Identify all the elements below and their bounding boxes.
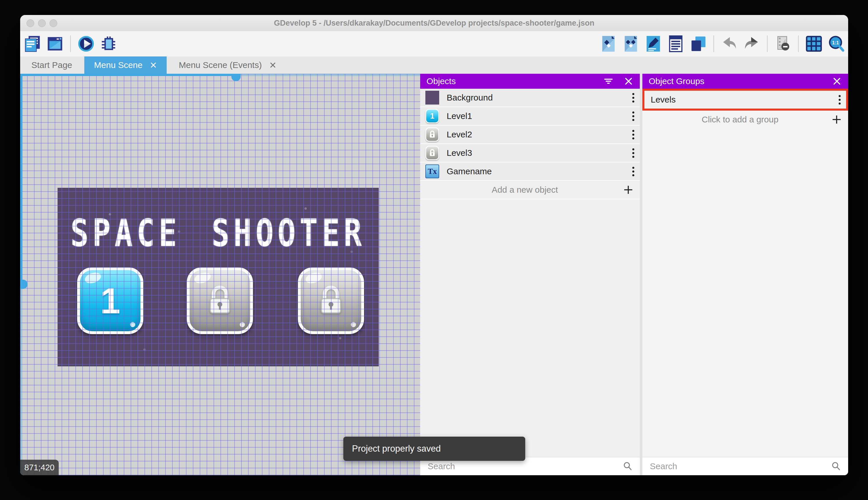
kebab-menu-icon[interactable]: [838, 95, 841, 104]
level1-number: 1: [100, 280, 120, 322]
plus-icon[interactable]: [623, 185, 633, 195]
properties-pencil-icon: [644, 35, 662, 53]
objects-panel-header: Objects: [420, 74, 640, 89]
zoom-ratio-label: 1:1: [832, 40, 839, 45]
toolbar-divider: [798, 35, 799, 52]
maximize-window-button[interactable]: [49, 19, 57, 27]
background-object[interactable]: SPACE SHOOTER 1: [58, 188, 379, 366]
project-manager-icon: [24, 35, 42, 53]
kebab-menu-icon[interactable]: [632, 148, 635, 158]
object-row-level1[interactable]: 1 Level1: [420, 107, 640, 126]
lock-icon: [203, 284, 237, 318]
open-layers-button[interactable]: [689, 35, 707, 53]
play-preview-button[interactable]: [77, 35, 95, 53]
close-window-button[interactable]: [26, 19, 34, 27]
play-icon: [77, 35, 95, 53]
add-object-row[interactable]: Add a new object: [420, 181, 640, 199]
scene-title-text: SPACE SHOOTER: [58, 211, 379, 255]
text-object-thumbnail-icon: Tx: [425, 164, 439, 178]
window-title: GDevelop 5 - /Users/dkarakay/Documents/G…: [20, 19, 848, 28]
open-objects-editor-button[interactable]: [599, 35, 617, 53]
scene-editor-button[interactable]: [46, 35, 64, 53]
cursor-coordinates-badge: 871;420: [20, 460, 59, 475]
object-row-level3[interactable]: Level3: [420, 144, 640, 162]
scene-canvas[interactable]: SPACE SHOOTER 1: [20, 74, 420, 475]
toolbar-left-group: [24, 35, 117, 53]
project-manager-button[interactable]: [24, 35, 42, 53]
objects-search-input[interactable]: [427, 461, 622, 471]
level1-button[interactable]: 1: [77, 267, 143, 334]
toast-notification: Project properly saved: [343, 436, 525, 461]
render-mask-button[interactable]: [774, 35, 792, 53]
object-row-level2[interactable]: Level2: [420, 126, 640, 144]
close-panel-icon[interactable]: [832, 76, 842, 86]
object-groups-panel-header: Object Groups: [642, 74, 848, 89]
close-tab-icon[interactable]: [150, 61, 157, 69]
grid-icon: [805, 35, 823, 53]
level1-thumbnail-icon: 1: [425, 109, 439, 123]
horizontal-scrollbar[interactable]: [20, 74, 420, 76]
lock-icon: [428, 149, 437, 157]
stars-decoration: [58, 188, 59, 189]
scene-window-icon: [46, 35, 64, 53]
level3-thumbnail-icon: [425, 146, 439, 160]
add-group-label: Click to add a group: [649, 115, 831, 124]
kebab-menu-icon[interactable]: [632, 93, 635, 103]
lock-icon: [314, 284, 348, 318]
groups-search-input[interactable]: [649, 461, 831, 471]
close-tab-icon[interactable]: [269, 61, 276, 69]
vertical-scrollbar[interactable]: [20, 74, 22, 475]
object-name: Level2: [447, 129, 628, 139]
background-thumbnail-icon: [425, 91, 439, 104]
toolbar-right-group: 1:1: [599, 35, 845, 53]
tab-start-page[interactable]: Start Page: [22, 56, 82, 74]
add-group-row[interactable]: Click to add a group: [642, 111, 848, 128]
level3-button[interactable]: [298, 267, 364, 334]
search-icon: [831, 461, 841, 471]
group-row-levels[interactable]: Levels: [644, 91, 846, 109]
objects-editor-icon: [599, 35, 617, 53]
open-instances-list-button[interactable]: [667, 35, 685, 53]
minimize-window-button[interactable]: [38, 19, 46, 27]
filter-icon[interactable]: [603, 76, 613, 86]
kebab-menu-icon[interactable]: [632, 167, 635, 176]
panel-divider[interactable]: [640, 74, 642, 475]
toolbar-divider: [767, 35, 767, 52]
redo-icon: [743, 35, 761, 53]
toggle-grid-button[interactable]: [805, 35, 823, 53]
zoom-original-button[interactable]: 1:1: [828, 35, 845, 53]
object-groups-icon: [622, 35, 640, 53]
objects-panel-title: Objects: [426, 76, 593, 86]
tab-menu-scene-events[interactable]: Menu Scene (Events): [169, 56, 286, 74]
horizontal-scrollbar-handle[interactable]: [231, 74, 241, 81]
main-area: SPACE SHOOTER 1: [20, 74, 848, 475]
close-panel-icon[interactable]: [624, 76, 633, 86]
level2-button[interactable]: [187, 267, 253, 334]
undo-icon: [720, 35, 738, 53]
redo-button[interactable]: [743, 35, 761, 53]
kebab-menu-icon[interactable]: [632, 112, 635, 121]
tab-menu-scene[interactable]: Menu Scene: [84, 56, 167, 74]
tab-label: Menu Scene (Events): [179, 60, 262, 70]
open-object-groups-editor-button[interactable]: [622, 35, 640, 53]
object-groups-panel: Object Groups Levels Click to add a grou…: [642, 74, 848, 475]
open-properties-button[interactable]: [644, 35, 662, 53]
object-name: Background: [447, 93, 628, 103]
traffic-lights: [26, 15, 57, 31]
kebab-menu-icon[interactable]: [632, 130, 635, 139]
plus-icon[interactable]: [831, 114, 842, 125]
lock-icon: [428, 130, 437, 139]
search-icon: [622, 461, 633, 471]
undo-button[interactable]: [720, 35, 738, 53]
tab-label: Start Page: [31, 60, 72, 70]
render-mask-icon: [774, 35, 792, 53]
tab-label: Menu Scene: [94, 60, 142, 70]
group-name: Levels: [651, 95, 835, 104]
layers-icon: [689, 35, 707, 53]
debug-button[interactable]: [99, 35, 117, 53]
object-row-background[interactable]: Background: [420, 89, 640, 107]
tab-bar: Start Page Menu Scene Menu Scene (Events…: [20, 56, 848, 74]
vertical-scrollbar-handle[interactable]: [20, 280, 28, 289]
object-row-gamename[interactable]: Tx Gamename: [420, 162, 640, 181]
toolbar-divider: [70, 35, 71, 52]
